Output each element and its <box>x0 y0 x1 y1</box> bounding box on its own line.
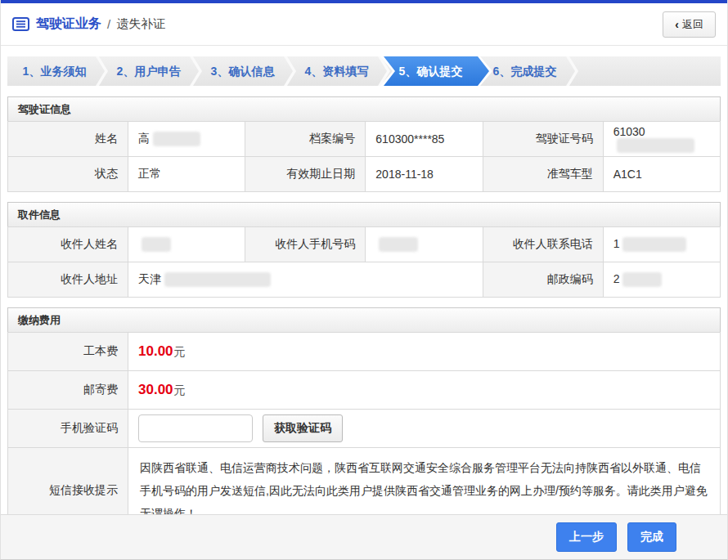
redacted-value <box>153 132 200 146</box>
header: 驾驶证业务 / 遗失补证 ‹ 返回 <box>1 3 727 46</box>
payment-section-title: 缴纳费用 <box>7 307 721 332</box>
sms-code-cell: 获取验证码 <box>128 410 721 448</box>
recipient-mobile-label: 收件人手机号码 <box>245 227 366 262</box>
redacted-value <box>622 237 686 252</box>
step-bar-filler <box>572 56 721 86</box>
postal-code-label: 邮政编码 <box>483 262 603 298</box>
table-row: 收件人地址 天津 邮政编码 2 <box>8 262 721 298</box>
postage-fee-label: 邮寄费 <box>8 371 128 410</box>
sms-code-label: 手机验证码 <box>8 410 128 448</box>
step-3-confirm-info[interactable]: 3、确认信息 <box>195 56 290 86</box>
step-5-confirm-submit[interactable]: 5、确认提交 <box>384 56 478 86</box>
page-subtitle: 遗失补证 <box>116 16 165 32</box>
license-info-section: 驾驶证信息 姓名 高 档案编号 610300****85 驾驶证号码 61030… <box>7 96 721 192</box>
table-row: 工本费 10.00元 <box>8 333 721 371</box>
recipient-address-label: 收件人地址 <box>8 262 128 298</box>
table-row: 收件人姓名 收件人手机号码 收件人联系电话 1 <box>8 227 721 262</box>
file-number-value: 610300****85 <box>366 122 483 157</box>
finish-button[interactable]: 完成 <box>627 522 676 552</box>
back-button[interactable]: ‹ 返回 <box>663 11 716 38</box>
recipient-address-value: 天津 <box>128 262 483 298</box>
redacted-value <box>622 272 662 287</box>
redacted-value <box>617 138 694 153</box>
payment-section: 缴纳费用 工本费 10.00元 邮寄费 30.00元 手机验证码 获取验证码 <box>7 307 721 534</box>
file-number-label: 档案编号 <box>245 122 366 157</box>
redacted-value <box>379 237 418 252</box>
previous-step-button[interactable]: 上一步 <box>556 522 617 552</box>
recipient-name-value <box>128 227 245 262</box>
production-fee-label: 工本费 <box>8 333 128 371</box>
postage-fee-amount: 30.00 <box>138 382 173 397</box>
table-row: 邮寄费 30.00元 <box>8 371 721 410</box>
production-fee-amount: 10.00 <box>138 343 173 359</box>
recipient-mobile-value <box>366 227 483 262</box>
status-label: 状态 <box>8 157 128 192</box>
list-icon <box>12 17 29 31</box>
recipient-name-label: 收件人姓名 <box>8 227 128 262</box>
postage-fee-unit: 元 <box>174 383 186 396</box>
valid-until-label: 有效期止日期 <box>245 157 366 192</box>
license-section-title: 驾驶证信息 <box>7 96 721 121</box>
footer-action-bar: 上一步 完成 <box>1 514 727 559</box>
pickup-section-title: 取件信息 <box>7 202 721 226</box>
page-title: 驾驶证业务 <box>36 16 101 33</box>
table-row: 手机验证码 获取验证码 <box>8 410 721 448</box>
pickup-info-table: 收件人姓名 收件人手机号码 收件人联系电话 1 收件人地址 天津 邮政编码 2 <box>7 226 721 298</box>
redacted-value <box>164 272 271 287</box>
redacted-value <box>142 237 171 252</box>
page: 驾驶证业务 / 遗失补证 ‹ 返回 1、业务须知 2、用户申告 3、确认信息 4… <box>0 0 728 560</box>
recipient-phone-value: 1 <box>603 227 720 262</box>
table-row: 姓名 高 档案编号 610300****85 驾驶证号码 61030 <box>8 122 721 157</box>
step-4-fill-data[interactable]: 4、资料填写 <box>290 56 384 86</box>
get-sms-code-button[interactable]: 获取验证码 <box>263 414 343 442</box>
production-fee-unit: 元 <box>174 345 186 358</box>
step-2-user-declaration[interactable]: 2、用户申告 <box>101 56 195 86</box>
license-number-label: 驾驶证号码 <box>483 122 603 157</box>
postal-code-value: 2 <box>603 262 720 298</box>
valid-until-value: 2018-11-18 <box>366 157 483 192</box>
license-info-table: 姓名 高 档案编号 610300****85 驾驶证号码 61030 状态 正常… <box>7 121 721 192</box>
name-value: 高 <box>128 122 245 157</box>
step-1-business-notice[interactable]: 1、业务须知 <box>7 56 101 86</box>
breadcrumb-separator: / <box>107 17 110 31</box>
status-value: 正常 <box>128 157 245 192</box>
vehicle-class-value: A1C1 <box>603 157 720 192</box>
payment-table: 工本费 10.00元 邮寄费 30.00元 手机验证码 获取验证码 短信接收提 <box>7 332 721 534</box>
table-row: 状态 正常 有效期止日期 2018-11-18 准驾车型 A1C1 <box>8 157 721 192</box>
production-fee-value: 10.00元 <box>128 333 721 371</box>
step-navigation: 1、业务须知 2、用户申告 3、确认信息 4、资料填写 5、确认提交 6、完成提… <box>7 56 721 86</box>
name-label: 姓名 <box>8 122 128 157</box>
sms-code-input[interactable] <box>138 414 253 442</box>
pickup-info-section: 取件信息 收件人姓名 收件人手机号码 收件人联系电话 1 收件人地址 天津 邮政… <box>7 202 721 298</box>
recipient-phone-label: 收件人联系电话 <box>483 227 603 262</box>
back-button-label: 返回 <box>682 17 703 32</box>
back-chevron-icon: ‹ <box>675 18 679 31</box>
vehicle-class-label: 准驾车型 <box>483 157 603 192</box>
license-number-value: 61030 <box>603 122 720 157</box>
postage-fee-value: 30.00元 <box>128 371 721 410</box>
